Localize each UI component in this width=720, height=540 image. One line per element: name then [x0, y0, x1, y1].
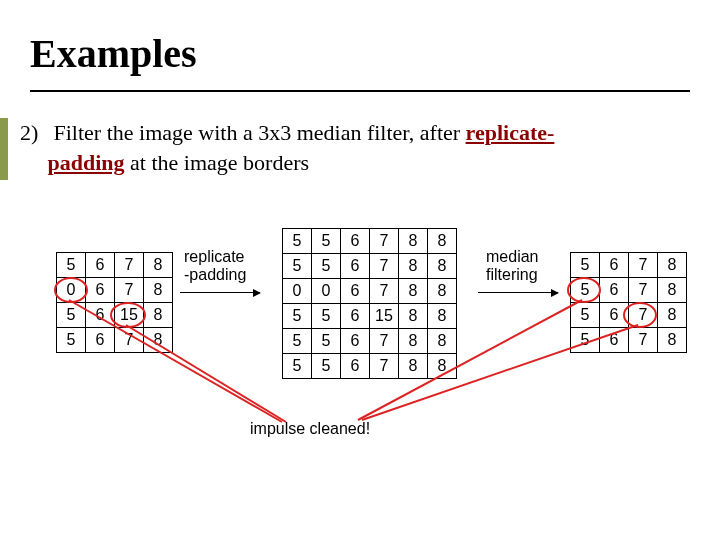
emph-replicate: replicate- — [466, 120, 555, 145]
cell: 8 — [658, 303, 687, 328]
cell: 7 — [370, 329, 399, 354]
cell: 8 — [658, 253, 687, 278]
cell: 5 — [283, 254, 312, 279]
label-replicate-1: replicate — [184, 248, 244, 265]
slide-title: Examples — [30, 30, 197, 77]
cell: 6 — [341, 229, 370, 254]
cell: 7 — [370, 229, 399, 254]
label-median-2: filtering — [486, 266, 538, 283]
cell: 8 — [428, 329, 457, 354]
cell: 8 — [144, 328, 173, 353]
body-line-a: Filter the image with a 3x3 median filte… — [54, 120, 466, 145]
cell: 6 — [600, 328, 629, 353]
cell: 6 — [341, 279, 370, 304]
cell: 7 — [629, 278, 658, 303]
cell: 5 — [571, 253, 600, 278]
arrow-median — [478, 292, 558, 293]
cell: 5 — [312, 329, 341, 354]
cell: 0 — [283, 279, 312, 304]
ellipse-a-15 — [110, 302, 146, 328]
cell: 7 — [370, 354, 399, 379]
label-impulse-cleaned: impulse cleaned! — [250, 420, 370, 438]
cell: 5 — [312, 229, 341, 254]
cell: 5 — [312, 354, 341, 379]
ellipse-c-7 — [623, 302, 657, 328]
cell: 8 — [144, 278, 173, 303]
cell: 6 — [341, 329, 370, 354]
cell: 5 — [283, 304, 312, 329]
cell: 8 — [399, 329, 428, 354]
cell: 8 — [399, 254, 428, 279]
cell: 5 — [283, 229, 312, 254]
cell: 6 — [600, 253, 629, 278]
cell: 7 — [370, 254, 399, 279]
body-text: 2) Filter the image with a 3x3 median fi… — [20, 118, 690, 177]
cell: 5 — [312, 304, 341, 329]
cell: 5 — [283, 329, 312, 354]
cell: 5 — [571, 303, 600, 328]
cell: 5 — [571, 328, 600, 353]
emph-padding: padding — [48, 150, 125, 175]
cell: 7 — [629, 253, 658, 278]
body-line-b: at the image borders — [125, 150, 310, 175]
cell: 5 — [57, 303, 86, 328]
accent-bar — [0, 118, 8, 180]
label-replicate-padding: replicate -padding — [184, 248, 246, 285]
cell: 8 — [144, 303, 173, 328]
cell: 7 — [629, 328, 658, 353]
cell: 8 — [399, 229, 428, 254]
cell: 8 — [658, 328, 687, 353]
cell: 6 — [86, 253, 115, 278]
label-replicate-2: -padding — [184, 266, 246, 283]
cell: 6 — [341, 304, 370, 329]
cell: 8 — [428, 229, 457, 254]
cell: 6 — [86, 278, 115, 303]
cell: 6 — [86, 328, 115, 353]
ellipse-a-0 — [54, 277, 88, 303]
cell: 7 — [115, 253, 144, 278]
cell: 8 — [144, 253, 173, 278]
cell: 6 — [341, 354, 370, 379]
ellipse-c-5 — [567, 277, 601, 303]
cell: 5 — [57, 328, 86, 353]
cell: 8 — [399, 354, 428, 379]
cell: 7 — [370, 279, 399, 304]
cell: 8 — [658, 278, 687, 303]
cell: 8 — [428, 279, 457, 304]
label-median-1: median — [486, 248, 538, 265]
cell: 8 — [428, 254, 457, 279]
cell: 7 — [115, 278, 144, 303]
cell: 0 — [312, 279, 341, 304]
cell: 8 — [399, 304, 428, 329]
list-number: 2) — [20, 118, 48, 148]
title-underline — [30, 90, 690, 92]
cell: 7 — [115, 328, 144, 353]
cell: 5 — [312, 254, 341, 279]
cell: 8 — [428, 304, 457, 329]
cell: 15 — [370, 304, 399, 329]
cell: 8 — [428, 354, 457, 379]
cell: 5 — [57, 253, 86, 278]
label-median-filtering: median filtering — [486, 248, 538, 285]
table-padded: 5567885567880067885561588556788556788 — [282, 228, 457, 379]
arrow-replicate — [180, 292, 260, 293]
cell: 6 — [600, 278, 629, 303]
cell: 6 — [341, 254, 370, 279]
cell: 8 — [399, 279, 428, 304]
cell: 5 — [283, 354, 312, 379]
